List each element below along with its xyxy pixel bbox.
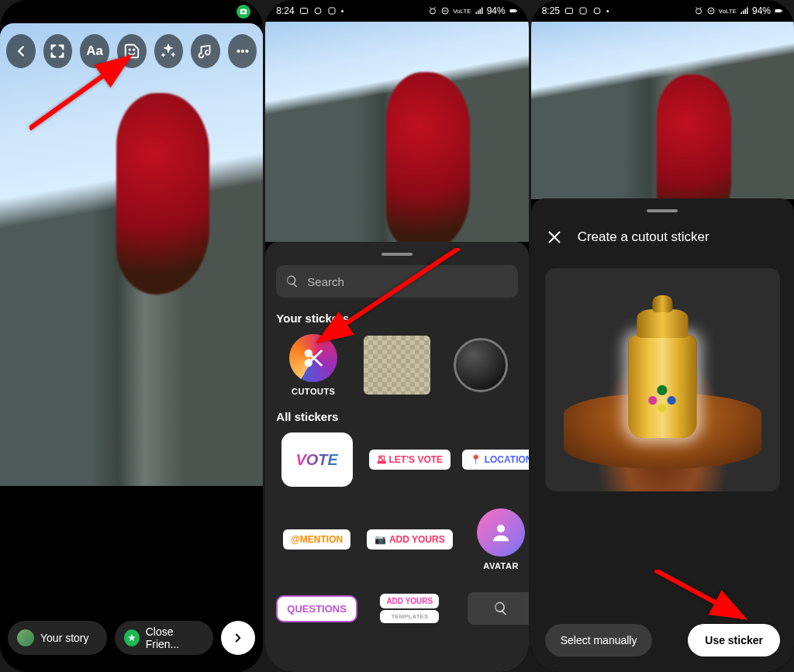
vote-sticker[interactable]: VOTE xyxy=(281,432,353,487)
signal-icon xyxy=(475,6,484,16)
signal-icon xyxy=(740,6,749,16)
story-canvas[interactable] xyxy=(0,23,263,563)
editor-toolbar: Aa xyxy=(6,34,257,68)
cutout-subject xyxy=(620,295,705,438)
questions-sticker[interactable]: QUESTIONS xyxy=(276,595,357,622)
camera-active-icon xyxy=(236,5,250,19)
mention-sticker[interactable]: @MENTION xyxy=(283,529,350,550)
svg-point-4 xyxy=(245,50,247,52)
dnd-icon xyxy=(440,6,450,16)
cutouts-label: CUTOUTS xyxy=(292,387,335,396)
more-button[interactable] xyxy=(228,34,257,68)
sticker-picker-screen: 8:24 • VoLTE 94% Search Y xyxy=(265,0,528,672)
all-stickers-heading: All stickers xyxy=(276,410,517,423)
svg-rect-6 xyxy=(300,9,307,14)
your-stickers-heading: Your stickers xyxy=(276,312,517,325)
alarm-icon xyxy=(428,6,437,16)
close-button[interactable] xyxy=(545,228,564,246)
sticker-sheet[interactable]: Search Your stickers CUTOUTS All sticker… xyxy=(265,242,528,672)
battery-label: 94% xyxy=(752,5,771,16)
net-label: VoLTE xyxy=(453,8,471,15)
search-input[interactable]: Search xyxy=(276,265,517,298)
user-sticker-coin[interactable] xyxy=(454,338,508,392)
svg-point-1 xyxy=(133,49,134,50)
use-sticker-button[interactable]: Use sticker xyxy=(688,624,780,656)
story-editor-screen: Aa Your story Close Frien... xyxy=(0,0,263,672)
cutouts-sticker[interactable]: CUTOUTS xyxy=(289,334,337,396)
alarm-icon xyxy=(694,6,703,16)
sheet-grabber[interactable] xyxy=(381,253,413,256)
status-icon xyxy=(327,6,337,16)
avatar-icon xyxy=(477,508,525,557)
status-icon xyxy=(592,6,602,16)
cutout-editor-screen: 8:25 • VoLTE 94% Create a cutout sticke xyxy=(531,0,794,672)
status-bar: 8:24 • VoLTE 94% xyxy=(265,0,528,22)
svg-point-16 xyxy=(497,525,505,532)
back-button[interactable] xyxy=(6,34,36,68)
photo-content xyxy=(116,93,209,295)
status-icon xyxy=(564,6,574,16)
svg-point-3 xyxy=(241,50,243,52)
status-icon xyxy=(299,6,309,16)
search-giphy-tile[interactable] xyxy=(468,592,529,625)
svg-rect-24 xyxy=(775,9,781,12)
svg-rect-19 xyxy=(580,8,586,14)
svg-point-15 xyxy=(306,360,312,367)
avatar-label: AVATAR xyxy=(483,561,519,570)
status-icon xyxy=(578,6,588,16)
photo-content xyxy=(386,72,470,253)
your-story-label: Your story xyxy=(40,632,89,644)
svg-rect-25 xyxy=(782,10,782,12)
music-button[interactable] xyxy=(191,34,220,68)
svg-point-21 xyxy=(696,9,701,14)
panel-title: Create a cutout sticker xyxy=(578,229,709,245)
svg-rect-13 xyxy=(516,10,517,12)
svg-point-7 xyxy=(315,8,321,14)
sheet-grabber[interactable] xyxy=(647,209,678,212)
lets-vote-sticker[interactable]: 🗳 LET'S VOTE xyxy=(369,450,451,470)
share-row: Your story Close Frien... xyxy=(8,621,255,655)
net-label: VoLTE xyxy=(719,8,737,15)
star-icon xyxy=(124,629,140,646)
svg-point-9 xyxy=(430,9,436,14)
user-sticker-blurred[interactable] xyxy=(364,336,430,395)
status-bar: 8:25 • VoLTE 94% xyxy=(531,0,794,22)
your-story-button[interactable]: Your story xyxy=(8,621,107,655)
cutout-panel: Create a cutout sticker Select manually … xyxy=(531,198,794,672)
add-yours-sticker[interactable]: 📷 ADD YOURS xyxy=(367,529,453,550)
svg-rect-8 xyxy=(329,8,335,14)
avatar xyxy=(17,629,34,646)
svg-point-14 xyxy=(306,350,312,357)
effects-button[interactable] xyxy=(154,34,184,68)
cutout-preview[interactable] xyxy=(545,268,780,491)
dnd-icon xyxy=(706,6,716,16)
battery-icon xyxy=(774,6,783,16)
sticker-button[interactable] xyxy=(117,34,147,68)
clock: 8:25 xyxy=(542,5,560,16)
svg-point-0 xyxy=(129,49,130,50)
svg-point-2 xyxy=(236,50,239,52)
location-sticker[interactable]: 📍LOCATION xyxy=(462,450,529,470)
svg-rect-18 xyxy=(566,9,573,14)
close-friends-label: Close Frien... xyxy=(146,625,205,650)
svg-point-20 xyxy=(594,8,600,14)
search-icon xyxy=(285,274,299,288)
clock: 8:24 xyxy=(276,5,294,16)
add-yours-templates-sticker[interactable]: ADD YOURS TEMPLATES xyxy=(380,594,439,623)
fullscreen-button[interactable] xyxy=(43,34,73,68)
send-button[interactable] xyxy=(221,621,255,655)
battery-label: 94% xyxy=(487,5,506,16)
battery-icon xyxy=(509,6,518,16)
avatar-sticker[interactable]: AVATAR xyxy=(477,508,525,570)
status-icon xyxy=(313,6,323,16)
svg-rect-12 xyxy=(509,9,516,12)
text-button[interactable]: Aa xyxy=(80,34,109,68)
scissors-icon xyxy=(289,334,337,382)
select-manually-button[interactable]: Select manually xyxy=(545,624,653,656)
search-placeholder: Search xyxy=(307,275,344,288)
close-friends-button[interactable]: Close Frien... xyxy=(115,621,214,655)
